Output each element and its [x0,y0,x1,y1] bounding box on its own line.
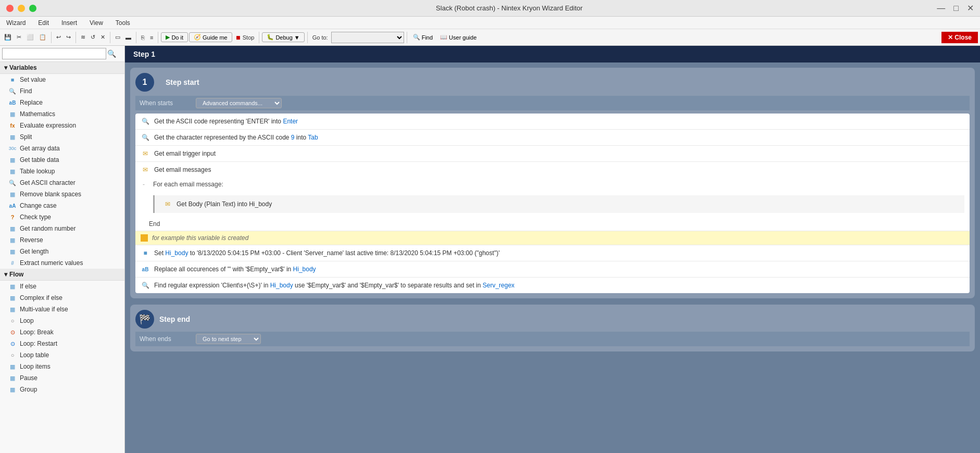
panel-item-change-case[interactable]: aA Change case [0,200,124,211]
menu-view[interactable]: View [87,18,105,28]
panel-item-loop[interactable]: ○ Loop [0,315,124,326]
redo-btn[interactable]: ↪ [64,31,73,44]
menu-tools[interactable]: Tools [114,18,132,28]
panel-item-if-else[interactable]: ▦ If else [0,281,124,292]
panel-item-replace[interactable]: aB Replace [0,97,124,108]
menu-edit[interactable]: Edit [36,18,51,28]
step-start-label: Step start [166,78,199,86]
panel-item-evaluate[interactable]: fx Evaluate expression [0,120,124,131]
panel-item-check-type[interactable]: ? Check type [0,211,124,223]
save-btn[interactable]: 💾 [2,31,14,44]
sep8 [407,32,407,43]
panel-item-get-table[interactable]: ▦ Get table data [0,154,124,166]
copy-btn[interactable]: ⬜ [24,31,36,44]
panel-item-label: Get random number [20,225,76,232]
panel-item-group[interactable]: ▦ Group [0,384,124,395]
panel-item-table-lookup[interactable]: ▦ Table lookup [0,166,124,177]
panel-item-extract-numeric[interactable]: # Extract numeric values [0,257,124,269]
btn6[interactable]: ▭ [113,31,122,44]
paste-btn[interactable]: 📋 [37,31,48,44]
panel-item-set-value[interactable]: ■ Set value [0,74,124,85]
action-row-replace[interactable]: aB Replace all occurences of '" with '$E… [135,261,970,278]
panel-item-pause[interactable]: ▦ Pause [0,372,124,384]
action-row-email-messages[interactable]: ✉ Get email messages - For each email me… [135,162,970,231]
action-row-get-char[interactable]: 🔍 Get the character represented by the A… [135,130,970,146]
search-input[interactable] [2,48,106,59]
btn9[interactable]: ≡ [148,31,155,44]
stop-btn[interactable]: ⏹ Stop [233,31,257,44]
panel-item-label: Find [20,87,32,95]
debug-btn[interactable]: 🐛 Debug ▼ [262,32,304,42]
close-btn[interactable]: ✕ [967,3,974,13]
for-each-row: - For each email message: [141,179,223,189]
nested-action-get-body[interactable]: ✉ Get Body (Plain Text) into Hi_body [159,197,960,211]
panel-item-ascii-char[interactable]: 🔍 Get ASCII character [0,177,124,188]
panel-item-get-length[interactable]: ▦ Get length [0,246,124,257]
panel-item-find[interactable]: 🔍 Find [0,85,124,97]
maximize-btn[interactable]: □ [953,3,959,13]
panel-item-loop-table[interactable]: ○ Loop table [0,349,124,361]
panel-item-loop-items[interactable]: ▦ Loop items [0,361,124,372]
panel-item-split[interactable]: ▦ Split [0,131,124,143]
panel-item-random[interactable]: ▦ Get random number [0,223,124,234]
btn8[interactable]: ⎘ [139,31,147,44]
action-row-get-ascii[interactable]: 🔍 Get the ASCII code representing 'ENTER… [135,114,970,130]
end-label: End [145,219,160,229]
set-value-icon: ■ [8,76,17,84]
minimize-btn[interactable]: — [937,3,945,13]
panel-item-loop-restart[interactable]: ⊙ Loop: Restart [0,338,124,349]
btn3[interactable]: ≋ [79,31,87,44]
cut-btn[interactable]: ✂ [15,31,23,44]
go-to-next-step-dropdown[interactable]: Go to next step [196,334,261,344]
min-traffic-btn[interactable] [18,5,25,12]
advanced-commands-dropdown[interactable]: Advanced commands... [196,98,282,108]
panel-item-remove-blank[interactable]: ▦ Remove blank spaces [0,188,124,200]
panel-item-mathematics[interactable]: ▦ Mathematics [0,108,124,120]
action-row-set-hibody[interactable]: ■ Set Hi_body to '8/13/2020 5:04:15 PM +… [135,245,970,261]
lookup-icon: ▦ [8,167,17,175]
step-start-card: 1 Step start When starts Advanced comman… [130,68,975,298]
panel-item-label: Reverse [20,236,43,244]
find-icon: 🔍 [413,34,420,41]
panel-item-reverse[interactable]: ▦ Reverse [0,234,124,246]
flow-section-header[interactable]: ▾ Flow [0,269,124,281]
copy-icon: ⬜ [27,34,34,41]
action-row-email-trigger[interactable]: ✉ Get email trigger input [135,146,970,162]
menu-wizard[interactable]: Wizard [4,18,28,28]
panel-item-multi-value[interactable]: ▦ Multi-value if else [0,304,124,315]
sep2 [76,32,76,43]
dash-icon: - [143,181,145,188]
finish-flag-icon: 🏁 [135,310,154,329]
user-guide-btn[interactable]: 📖 User guide [437,33,480,42]
if-else-icon: ▦ [8,282,17,291]
search-btn[interactable]: 🔍 [106,48,117,59]
nested-text: Get Body (Plain Text) into Hi_body [177,200,272,208]
email-icon-2: ✉ [141,165,150,174]
close-traffic-btn[interactable] [6,5,14,12]
undo-btn[interactable]: ↩ [54,31,63,44]
panel-item-label: Set value [20,76,46,83]
variables-section-header[interactable]: ▾ Variables [0,62,124,74]
traffic-lights [6,5,36,12]
close-wizard-btn[interactable]: ✕ Close [941,32,978,43]
check-type-icon: ? [8,213,17,221]
btn5[interactable]: ✕ [98,31,107,44]
action-row-find-regex[interactable]: 🔍 Find regular expression 'Client\s+(\S+… [135,278,970,293]
when-ends-bar: When ends Go to next step [135,332,970,346]
panel-item-complex-if[interactable]: ▦ Complex if else [0,292,124,304]
max-traffic-btn[interactable] [29,5,36,12]
panel-item-get-array[interactable]: 30c Get array data [0,143,124,154]
menu-insert[interactable]: Insert [59,18,79,28]
find-btn[interactable]: 🔍 Find [410,33,436,42]
btn4[interactable]: ↺ [89,31,97,44]
action-text-8: Find regular expression 'Client\s+(\S+)'… [154,282,964,289]
goto-select[interactable] [331,32,404,43]
btn7[interactable]: ▬ [123,31,133,44]
guide-me-btn[interactable]: 🧭 Guide me [189,32,232,42]
step-end-row: 🏁 Step end [135,310,970,329]
do-it-btn[interactable]: ▶ Do it [161,32,188,42]
action-text-2: Get the character represented by the ASC… [154,134,964,141]
loop-items-icon: ▦ [8,362,17,371]
paste-icon: 📋 [39,34,46,41]
panel-item-loop-break[interactable]: ⊙ Loop: Break [0,326,124,338]
